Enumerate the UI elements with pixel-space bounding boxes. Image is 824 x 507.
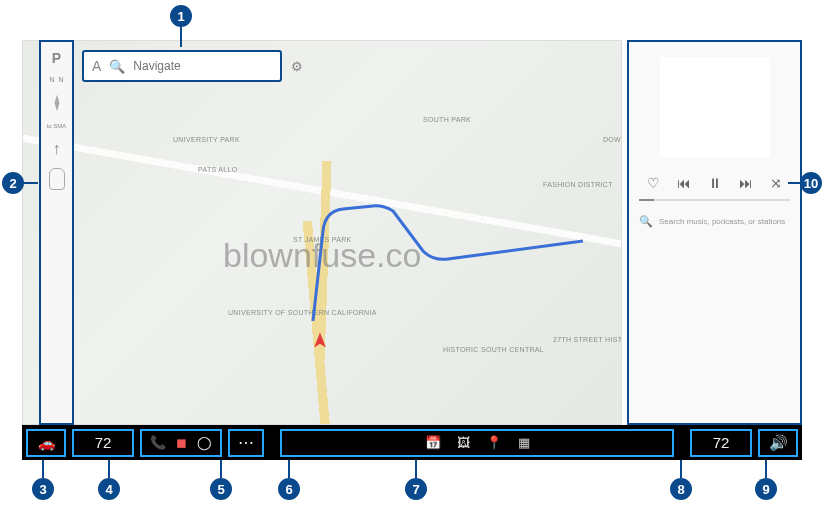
callout-6: 6: [278, 478, 300, 500]
callout-10: 10: [800, 172, 822, 194]
callout-9: 9: [755, 478, 777, 500]
media-progress[interactable]: [639, 199, 790, 201]
search-icon: 🔍: [639, 215, 653, 228]
grid-icon[interactable]: ▦: [518, 435, 530, 450]
callout-5: 5: [210, 478, 232, 500]
app-launcher-button[interactable]: ⋯: [228, 429, 264, 457]
destination-icon: A: [92, 58, 101, 74]
arrow-up-icon: ↑: [53, 140, 61, 158]
destination-input[interactable]: [133, 59, 283, 73]
map-label: 27TH STREET HISTORIC DISTRICT: [553, 336, 622, 343]
callout-7: 7: [405, 478, 427, 500]
nav-search-bar[interactable]: A 🔍 ⚙: [82, 50, 282, 82]
shuffle-icon[interactable]: ⤨: [770, 175, 782, 191]
passenger-temp-button[interactable]: 72: [690, 429, 752, 457]
bottom-dock: 🚗 72 📞 ◼ ◯ ⋯ 📅 🖼 📍 ▦ 72 🔊: [22, 425, 802, 460]
callout-2: 2: [2, 172, 24, 194]
status-sidebar[interactable]: P NN to SMA ↑: [39, 40, 74, 425]
heading-detail: to SMA: [47, 123, 67, 130]
media-search-placeholder: Search music, podcasts, or stations: [659, 217, 785, 226]
map-label: University of Southern California: [228, 309, 377, 316]
quick-controls-group[interactable]: 📞 ◼ ◯: [140, 429, 222, 457]
pause-icon[interactable]: ⏸: [708, 175, 722, 191]
map-label: UNIVERSITY PARK: [173, 136, 240, 143]
photos-icon[interactable]: 🖼: [457, 435, 470, 450]
media-player-panel: ♡ ⏮ ⏸ ⏭ ⤨ 🔍 Search music, podcasts, or s…: [627, 40, 802, 425]
map-label: Pats Allo: [198, 166, 237, 173]
map-canvas[interactable]: blownfuse.co UNIVERSITY PARKPats AlloSOU…: [22, 40, 622, 425]
media-search-bar[interactable]: 🔍 Search music, podcasts, or stations: [639, 215, 790, 228]
next-track-icon[interactable]: ⏭: [739, 175, 753, 191]
driver-temp-button[interactable]: 72: [72, 429, 134, 457]
car-controls-button[interactable]: 🚗: [26, 429, 66, 457]
callout-3: 3: [32, 478, 54, 500]
album-art: [660, 57, 770, 157]
circle-icon[interactable]: ◯: [197, 435, 212, 450]
callout-4: 4: [98, 478, 120, 500]
map-label: SOUTH PARK: [423, 116, 471, 123]
phone-icon[interactable]: 📞: [150, 435, 166, 450]
gear-indicator: P: [52, 50, 61, 66]
settings-icon[interactable]: ⚙: [291, 59, 303, 74]
callout-8: 8: [670, 478, 692, 500]
calendar-icon[interactable]: 📅: [425, 435, 441, 450]
heading-indicator: NN: [49, 76, 63, 83]
favorite-icon[interactable]: ♡: [647, 175, 660, 191]
compass-icon: [47, 93, 67, 113]
previous-track-icon[interactable]: ⏮: [677, 175, 691, 191]
map-label: ST JAMES PARK: [293, 236, 352, 243]
music-app-icon[interactable]: ◼: [176, 435, 187, 450]
callout-1: 1: [170, 5, 192, 27]
app-tray[interactable]: 📅 🖼 📍 ▦: [280, 429, 674, 457]
current-location-marker: [311, 331, 329, 349]
search-icon: 🔍: [109, 59, 125, 74]
map-label: DOWT AL: [603, 136, 622, 143]
map-label: FASHION DISTRICT: [543, 181, 613, 188]
car-outline-icon: [49, 168, 65, 190]
volume-button[interactable]: 🔊: [758, 429, 798, 457]
map-label: HISTORIC SOUTH CENTRAL: [443, 346, 544, 353]
pin-icon[interactable]: 📍: [486, 435, 502, 450]
